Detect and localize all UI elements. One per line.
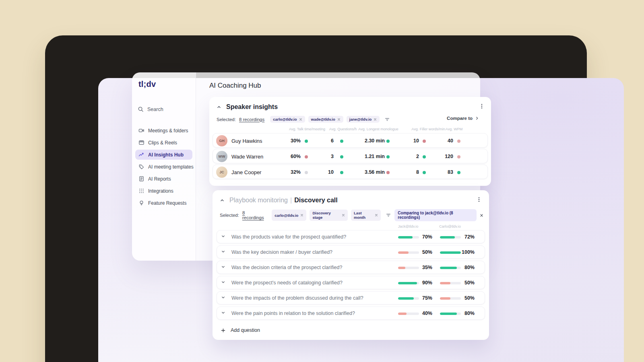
chevron-down-icon[interactable] xyxy=(221,280,225,284)
score-bar xyxy=(398,236,419,239)
playbook-question-row[interactable]: Were the prospect's needs of cataloging … xyxy=(217,276,485,289)
add-question-button[interactable]: Add question xyxy=(217,324,485,336)
filter-chip-last-month[interactable]: Last month xyxy=(351,210,381,221)
playbook-question-row[interactable]: Was the products value for the prospect … xyxy=(217,230,485,243)
score-bar xyxy=(398,313,419,315)
selected-label: Selected: xyxy=(220,213,239,218)
column-header-avg-talk-time-meeting: Avg. Talk time/meeting xyxy=(289,127,325,131)
speaker-insights-title: Speaker insights xyxy=(226,103,278,111)
score-label: 72% xyxy=(464,234,475,240)
speaker-row-jane-cooper[interactable]: JCJane Cooper32%103.56 min883 xyxy=(213,165,488,179)
status-dot-positive xyxy=(340,140,343,143)
chevron-down-icon[interactable] xyxy=(221,234,225,239)
close-icon[interactable] xyxy=(374,118,377,121)
metric-value: 10 xyxy=(413,138,419,144)
playbook-monitoring-label: Playbook monitoring xyxy=(229,197,288,204)
question-text: Was the key decision maker / buyer clari… xyxy=(231,249,332,255)
sidebar-item-ai-meeting-templates[interactable]: AI meeting templates xyxy=(135,162,192,172)
question-text: Was the products value for the prospect … xyxy=(231,234,346,240)
filter-chip-wade-tldv-io[interactable]: wade@tldv.io xyxy=(308,116,343,123)
score-bar xyxy=(440,282,461,284)
search-icon xyxy=(138,106,144,112)
close-icon[interactable] xyxy=(375,214,378,217)
column-header-avg-wpm: Avg. WPM xyxy=(446,127,462,131)
metric-value: 2.30 min xyxy=(365,138,385,144)
score-label: 100% xyxy=(462,249,475,255)
column-header-avg-questions-h: Avg. Questions/h xyxy=(329,127,357,131)
metric-value: 40 xyxy=(448,138,453,144)
metric-value: 8 xyxy=(416,169,419,175)
comparing-chip[interactable]: Comparing to jack@tldv.io (8 recordings) xyxy=(394,209,483,221)
filter-chip-carlo-tldv-io[interactable]: carlo@tldv.io xyxy=(270,116,305,123)
sidebar-item-label: Meetings & folders xyxy=(148,128,188,134)
filter-chip-carlo-tldv-io[interactable]: carlo@tldv.io xyxy=(272,210,306,221)
filter-chip-discovery-stage[interactable]: Discovery stage xyxy=(310,210,348,221)
compare-to-button[interactable]: Compare to xyxy=(447,116,479,121)
playbook-question-row[interactable]: Were the pain points in relation to the … xyxy=(217,306,485,320)
status-dot-positive xyxy=(423,155,426,158)
score-bar xyxy=(440,251,461,254)
speaker-name: Jane Cooper xyxy=(231,169,261,175)
score-label: 90% xyxy=(422,280,432,286)
chevron-down-icon[interactable] xyxy=(221,265,225,269)
metric-value: 60% xyxy=(291,154,301,159)
status-dot-positive xyxy=(386,140,390,143)
score-bar xyxy=(398,251,419,254)
close-icon[interactable] xyxy=(300,214,303,217)
collapse-chevron-up-icon[interactable] xyxy=(217,105,221,109)
speaker-name: Guy Hawkins xyxy=(231,138,262,144)
metric-value: 83 xyxy=(448,169,453,175)
score-bar xyxy=(440,297,461,300)
selected-recordings-link[interactable]: 8 recordings xyxy=(239,117,264,122)
avatar: JC xyxy=(216,167,227,178)
comparison-column-carlo-tldv-io: Carlo@tldv.io xyxy=(439,224,461,228)
status-dot-warning xyxy=(457,140,460,143)
filter-chip-jane-tldv-io[interactable]: jane@tldv.io xyxy=(347,116,380,123)
speaker-insights-card: Speaker insights Selected: 8 recordings … xyxy=(209,97,491,186)
chevron-down-icon[interactable] xyxy=(221,249,225,254)
speaker-row-wade-warren[interactable]: WWWade Warren60%31.21 min2120 xyxy=(213,149,488,163)
status-dot-positive xyxy=(457,171,460,174)
close-icon[interactable] xyxy=(337,118,341,121)
speaker-name: Wade Warren xyxy=(231,154,263,160)
sidebar-item-meetings-folders[interactable]: Meetings & folders xyxy=(135,125,192,136)
playbook-question-row[interactable]: Was the decision criteria of the prospec… xyxy=(217,261,485,274)
playbook-monitoring-card: Playbook monitoring|Discovery call Selec… xyxy=(213,190,489,340)
sidebar-item-label: AI meeting templates xyxy=(148,164,194,170)
speaker-row-guy-hawkins[interactable]: GHGuy Hawkins30%62.30 min1040 xyxy=(213,133,488,148)
status-dot-negative xyxy=(386,171,390,174)
sidebar-item-integrations[interactable]: Integrations xyxy=(135,186,192,196)
selected-recordings-link[interactable]: 8 recordings xyxy=(242,210,267,220)
sidebar-item-clips-reels[interactable]: Clips & Reels xyxy=(135,138,192,148)
playbook-question-row[interactable]: Were the impacts of the problem discusse… xyxy=(217,291,485,304)
status-dot-neutral xyxy=(305,171,308,174)
question-text: Were the pain points in relation to the … xyxy=(231,311,355,316)
status-dot-warning xyxy=(457,155,460,158)
sidebar-item-feature-requests[interactable]: Feature Requests xyxy=(135,198,192,208)
close-icon[interactable] xyxy=(480,214,483,217)
filter-icon[interactable] xyxy=(386,212,391,218)
search-button[interactable]: Search xyxy=(138,106,163,112)
sidebar-item-ai-reports[interactable]: AI Reports xyxy=(135,174,192,184)
playbook-question-row[interactable]: Was the key decision maker / buyer clari… xyxy=(217,245,485,259)
clapperboard-icon xyxy=(138,140,144,146)
template-tag-icon xyxy=(138,164,144,170)
kebab-menu-icon[interactable] xyxy=(479,103,485,109)
sidebar-item-ai-insights-hub[interactable]: AI Insights Hub xyxy=(135,150,192,160)
score-bar xyxy=(398,267,419,269)
report-doc-icon xyxy=(138,176,144,182)
kebab-menu-icon[interactable] xyxy=(476,197,482,202)
chevron-down-icon[interactable] xyxy=(221,295,225,300)
playbook-name: Discovery call xyxy=(294,197,338,204)
metric-value: 120 xyxy=(445,154,453,159)
status-dot-positive xyxy=(340,171,343,174)
collapse-chevron-up-icon[interactable] xyxy=(220,198,225,203)
score-label: 50% xyxy=(422,249,432,255)
sidebar-item-label: AI Reports xyxy=(148,176,171,182)
score-bar xyxy=(398,297,419,300)
close-icon[interactable] xyxy=(342,214,345,217)
filter-icon[interactable] xyxy=(384,117,390,122)
chevron-down-icon[interactable] xyxy=(221,311,225,315)
column-header-avg-filler-words-min: Avg. Filler words/min xyxy=(411,127,445,131)
close-icon[interactable] xyxy=(299,118,302,121)
